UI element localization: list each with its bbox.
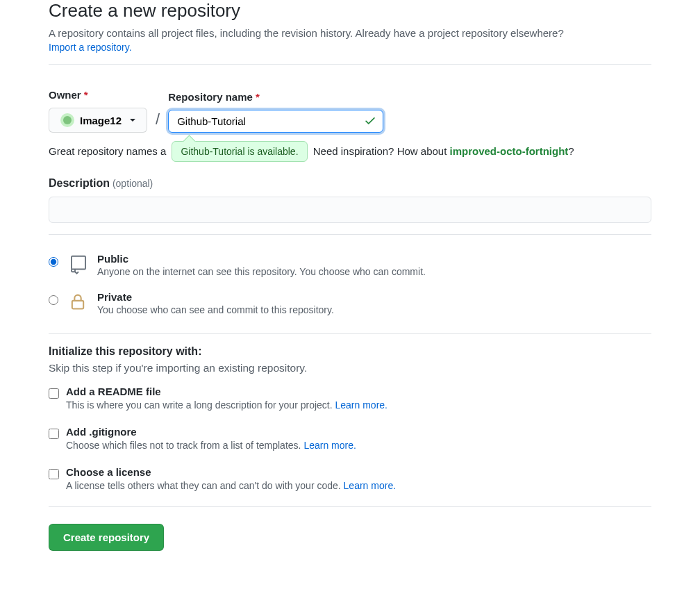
path-separator: /	[153, 110, 162, 133]
page-subtitle: A repository contains all project files,…	[49, 27, 651, 39]
readme-title: Add a README file	[66, 386, 388, 397]
check-icon	[364, 114, 376, 129]
owner-label-text: Owner	[49, 89, 81, 101]
readme-desc-text: This is where you can write a long descr…	[66, 399, 335, 411]
subtitle-text: A repository contains all project files,…	[49, 27, 564, 39]
svg-rect-0	[72, 256, 85, 270]
required-asterisk: *	[256, 91, 260, 103]
initialize-subtext: Skip this step if you're importing an ex…	[49, 362, 651, 374]
gitignore-desc: Choose which files not to track from a l…	[66, 440, 356, 451]
hint-suffix: ?	[568, 145, 574, 157]
owner-select-button[interactable]: Image12	[49, 108, 147, 133]
license-desc: A license tells others what they can and…	[66, 480, 396, 491]
owner-name: Image12	[80, 115, 122, 126]
owner-label: Owner*	[49, 89, 147, 101]
repo-label-text: Repository name	[168, 91, 253, 103]
license-learn-more-link[interactable]: Learn more.	[344, 480, 396, 491]
add-readme-checkbox[interactable]	[49, 388, 59, 399]
hint-row: Great repository names a Github-Tutorial…	[49, 141, 651, 162]
choose-license-checkbox[interactable]	[49, 469, 59, 479]
avatar-icon	[60, 113, 74, 127]
description-label: Description (optional)	[49, 177, 651, 190]
hint-inspiration: Need inspiration? How about	[313, 145, 450, 157]
public-desc: Anyone on the internet can see this repo…	[97, 266, 426, 277]
divider	[49, 333, 651, 334]
repo-name-suggestion[interactable]: improved-octo-fortnight	[450, 145, 569, 157]
description-label-text: Description	[49, 177, 110, 189]
license-desc-text: A license tells others what they can and…	[66, 480, 344, 491]
repository-name-input[interactable]	[168, 110, 383, 133]
private-desc: You choose who can see and commit to thi…	[97, 304, 334, 315]
initialize-heading: Initialize this repository with:	[49, 345, 651, 358]
hint-prefix: Great repository names a	[49, 145, 166, 157]
visibility-private-radio[interactable]	[49, 295, 58, 305]
page-title: Create a new repository	[49, 0, 651, 22]
readme-desc: This is where you can write a long descr…	[66, 399, 388, 411]
private-title: Private	[97, 291, 334, 303]
repo-name-label: Repository name*	[168, 91, 383, 103]
availability-tooltip: Github-Tutorial is available.	[172, 141, 307, 162]
required-asterisk: *	[84, 89, 88, 101]
description-input[interactable]	[49, 197, 651, 223]
import-repository-link[interactable]: Import a repository.	[49, 42, 132, 53]
gitignore-desc-text: Choose which files not to track from a l…	[66, 440, 303, 451]
license-title: Choose a license	[66, 466, 396, 478]
readme-learn-more-link[interactable]: Learn more.	[335, 399, 388, 411]
add-gitignore-checkbox[interactable]	[49, 429, 59, 439]
visibility-public-radio[interactable]	[49, 257, 58, 267]
public-title: Public	[97, 253, 426, 265]
lock-icon	[68, 291, 88, 312]
divider	[49, 506, 651, 507]
gitignore-title: Add .gitignore	[66, 426, 356, 438]
gitignore-learn-more-link[interactable]: Learn more.	[303, 440, 356, 451]
chevron-down-icon	[130, 119, 135, 122]
divider	[49, 64, 651, 65]
repo-icon	[68, 253, 88, 274]
create-repository-button[interactable]: Create repository	[49, 524, 164, 551]
svg-rect-1	[72, 301, 83, 309]
divider	[49, 234, 651, 235]
optional-label: (optional)	[112, 178, 153, 189]
